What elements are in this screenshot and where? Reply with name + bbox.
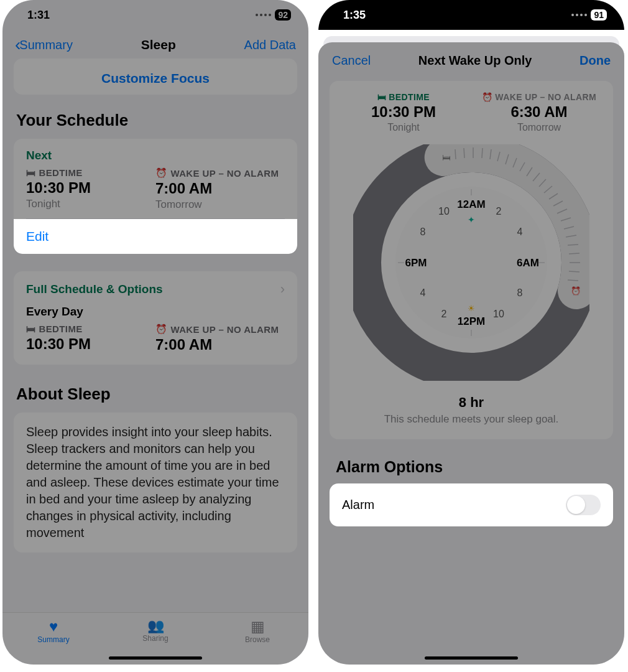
status-bar: 1:31 92 bbox=[2, 0, 308, 30]
sheet-nav: Cancel Next Wake Up Only Done bbox=[318, 42, 624, 78]
svg-text:8: 8 bbox=[420, 226, 426, 237]
bed-icon: 🛏 bbox=[377, 92, 386, 102]
add-data-button[interactable]: Add Data bbox=[244, 38, 296, 52]
back-button[interactable]: ‹ Summary bbox=[15, 36, 73, 54]
svg-text:4: 4 bbox=[517, 226, 523, 237]
home-indicator[interactable] bbox=[109, 656, 202, 660]
svg-line-22 bbox=[455, 149, 456, 159]
bed-icon: 🛏 bbox=[26, 167, 35, 178]
svg-line-45 bbox=[568, 280, 578, 281]
battery-indicator: 91 bbox=[591, 9, 607, 21]
phone-left: 1:31 92 ‹ Summary Sleep Add Data Customi… bbox=[2, 0, 308, 665]
svg-text:12AM: 12AM bbox=[457, 198, 485, 210]
svg-line-23 bbox=[464, 148, 464, 158]
svg-line-41 bbox=[568, 245, 578, 245]
tab-summary[interactable]: ♥ Summary bbox=[2, 617, 104, 644]
svg-text:12PM: 12PM bbox=[458, 315, 485, 327]
bedtime-value: 10:30 PM bbox=[336, 103, 471, 121]
sheet-title: Next Wake Up Only bbox=[418, 54, 532, 68]
sleep-dial-card: 🛏BEDTIME 10:30 PM Tonight ⏰WAKE UP – NO … bbox=[330, 81, 613, 439]
tab-browse[interactable]: ▦ Browse bbox=[206, 617, 308, 644]
about-sleep-heading: About Sleep bbox=[2, 385, 308, 413]
alarm-icon: ⏰ bbox=[155, 324, 167, 335]
every-day-label: Every Day bbox=[14, 305, 297, 324]
battery-indicator: 92 bbox=[275, 9, 291, 21]
people-icon: 👥 bbox=[104, 619, 206, 633]
wakeup-value: 7:00 AM bbox=[155, 180, 285, 197]
done-button[interactable]: Done bbox=[580, 54, 611, 68]
heart-icon: ♥ bbox=[2, 619, 104, 634]
svg-line-44 bbox=[569, 271, 580, 272]
alarm-label: Alarm bbox=[342, 498, 374, 512]
wakeup-value: 6:30 AM bbox=[471, 103, 607, 121]
sleep-duration: 8 hr bbox=[336, 394, 607, 411]
about-sleep-card: Sleep provides insight into your sleep h… bbox=[14, 413, 297, 553]
svg-line-25 bbox=[482, 148, 483, 158]
status-time: 1:31 bbox=[27, 9, 50, 22]
alarm-row: Alarm bbox=[330, 483, 613, 526]
alarm-icon: ⏰ bbox=[482, 92, 492, 102]
customize-focus-button[interactable]: Customize Focus bbox=[14, 58, 297, 95]
alarm-toggle[interactable] bbox=[566, 495, 601, 515]
full-schedule-button[interactable]: Full Schedule & Options › bbox=[14, 271, 297, 305]
svg-text:2: 2 bbox=[496, 206, 502, 217]
svg-text:4: 4 bbox=[420, 287, 426, 298]
svg-text:10: 10 bbox=[493, 309, 504, 319]
status-time: 1:35 bbox=[343, 9, 366, 22]
alarm-icon: ⏰ bbox=[155, 167, 167, 179]
bedtime-value: 10:30 PM bbox=[26, 179, 155, 197]
grid-icon: ▦ bbox=[206, 619, 308, 634]
next-label: Next bbox=[26, 149, 285, 162]
edit-button[interactable]: Edit bbox=[14, 219, 297, 254]
bed-icon: 🛏 bbox=[26, 324, 35, 334]
cancel-button[interactable]: Cancel bbox=[332, 54, 371, 68]
chevron-forward-icon: › bbox=[280, 281, 285, 297]
phone-right: 1:35 91 Cancel Next Wake Up Only Done 🛏B… bbox=[318, 0, 624, 665]
sleep-dial[interactable]: 12AM 2 4 6AM 8 10 12PM 2 4 6PM 8 10 bbox=[353, 144, 589, 381]
full-schedule-card: Full Schedule & Options › Every Day 🛏BED… bbox=[14, 271, 297, 365]
svg-text:8: 8 bbox=[517, 287, 523, 298]
svg-text:⏰: ⏰ bbox=[571, 286, 581, 296]
sleep-goal-text: This schedule meets your sleep goal. bbox=[336, 413, 607, 426]
status-bar: 1:35 91 bbox=[318, 0, 624, 30]
nav-bar: ‹ Summary Sleep Add Data bbox=[2, 30, 308, 58]
svg-text:10: 10 bbox=[438, 206, 450, 217]
svg-line-42 bbox=[569, 253, 580, 254]
svg-text:6AM: 6AM bbox=[517, 257, 539, 269]
svg-text:2: 2 bbox=[441, 309, 447, 319]
svg-text:✦: ✦ bbox=[468, 215, 475, 225]
svg-text:🛏: 🛏 bbox=[442, 152, 451, 162]
back-label: Summary bbox=[19, 38, 73, 52]
home-indicator[interactable] bbox=[425, 656, 518, 660]
modal-sheet: Cancel Next Wake Up Only Done 🛏BEDTIME 1… bbox=[318, 42, 624, 665]
next-schedule-card: Next 🛏BEDTIME 10:30 PM Tonight ⏰WAKE UP … bbox=[14, 139, 297, 254]
page-title: Sleep bbox=[141, 37, 176, 52]
your-schedule-heading: Your Schedule bbox=[2, 111, 308, 139]
tab-sharing[interactable]: 👥 Sharing bbox=[104, 617, 206, 643]
alarm-options-heading: Alarm Options bbox=[318, 458, 624, 483]
svg-text:☀: ☀ bbox=[468, 304, 475, 313]
svg-text:6PM: 6PM bbox=[405, 257, 427, 269]
